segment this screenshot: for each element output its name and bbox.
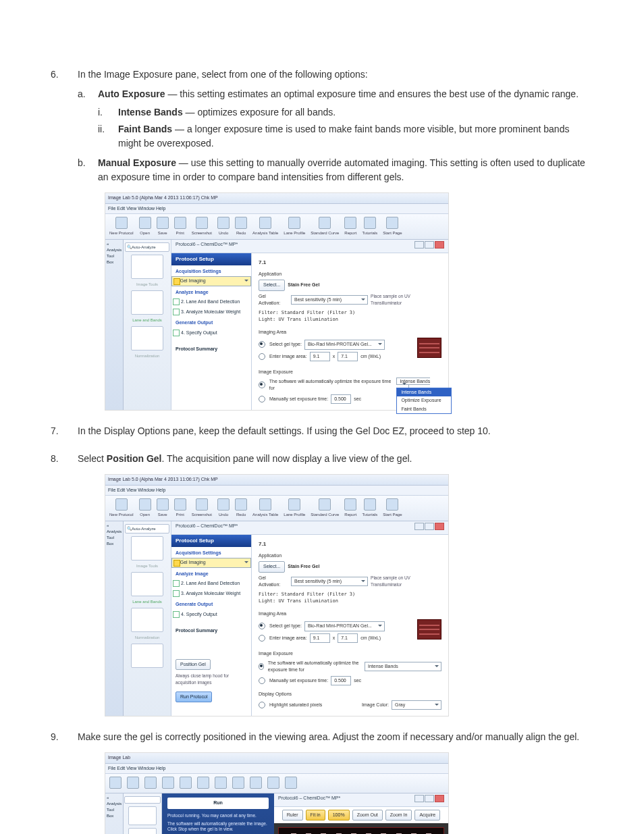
step-6a-i: i.Intense Bands — optimizes exposure for… xyxy=(98,105,593,120)
step-7: 7. In the Display Options pane, keep the… xyxy=(51,424,593,438)
live-gel-display[interactable] xyxy=(278,827,444,834)
toolbar-save-button[interactable]: Save xyxy=(157,217,169,236)
exposure-time-input[interactable]: 0.500 xyxy=(331,394,351,405)
image-area-radio[interactable] xyxy=(259,353,265,360)
step-6b: b. Manual Exposure — use this setting to… xyxy=(78,156,593,184)
run-panel: Run Protocol running. You may cancel at … xyxy=(162,793,274,834)
screenshot-protocol-setup-dropdown: Image Lab 5.0 (Alpha Mar 4 2013 11:06:17… xyxy=(105,192,449,411)
gel-type-select[interactable]: Bio-Rad Mini-PROTEAN Gel... xyxy=(304,340,385,350)
screenshot-protocol-position-gel: Image Lab 5.0 (Alpha Mar 4 2013 11:06:17… xyxy=(105,474,449,716)
toolbar-open-button[interactable]: Open xyxy=(139,217,151,236)
run-protocol-button[interactable]: Run Protocol xyxy=(176,692,212,703)
application-select-button[interactable]: Select... xyxy=(259,280,285,291)
highlight-pixels-checkbox[interactable] xyxy=(259,702,265,708)
document-tab: Protocol6 – ChemiDoc™ MP* xyxy=(171,240,448,253)
lane-bands-tile[interactable] xyxy=(131,290,163,315)
step-number: 6. xyxy=(51,68,59,82)
toolbar-undo-button[interactable]: Undo xyxy=(217,217,230,236)
zoom-100-button[interactable]: 100% xyxy=(328,810,350,821)
exposure-dropdown-list[interactable]: Intense Bands Optimize Exposure Faint Ba… xyxy=(396,388,452,415)
normalization-tile[interactable] xyxy=(131,326,163,350)
toolbar: New Protocol Open Save Print Screenshot … xyxy=(105,214,448,240)
toolbar-redo-button[interactable]: Redo xyxy=(235,217,247,236)
step-text: In the Image Exposure pane, select from … xyxy=(78,69,368,80)
ordered-steps: 6. In the Image Exposure pane, select fr… xyxy=(51,68,593,834)
filter-info: Filter: Standard Filter (Filter 3) xyxy=(259,309,441,317)
gel-type-radio[interactable] xyxy=(259,341,265,348)
bold-label: Auto Exposure xyxy=(98,88,165,99)
toolbar-new-protocol-button[interactable]: New Protocol xyxy=(109,498,134,518)
step-6a-ii: ii.Faint Bands — a longer exposure time … xyxy=(98,122,593,151)
step-lane-band[interactable]: 2. Lane And Band Detection xyxy=(171,297,251,307)
toolbar-lane-profile-button[interactable]: Lane Profile xyxy=(284,217,305,236)
fit-in-button[interactable]: Fit in xyxy=(306,810,325,821)
toolbar-start-page-button[interactable]: Start Page xyxy=(383,217,402,236)
zoom-in-button[interactable]: Zoom In xyxy=(385,810,412,821)
toolbar-standard-curve-button[interactable]: Standard Curve xyxy=(311,217,339,236)
document-tab-label[interactable]: Protocol6 – ChemiDoc™ MP* xyxy=(176,241,238,251)
step-6a: a. Auto Exposure — this setting estimate… xyxy=(78,87,593,151)
analysis-toolbox-strip[interactable]: « Analysis Tool Box xyxy=(105,240,124,410)
toolbar-print-button[interactable]: Print xyxy=(174,217,186,236)
gel-activation-select[interactable]: Best sensitivity (5 min) xyxy=(291,295,368,305)
toolbar-save-button[interactable]: Save xyxy=(157,498,169,518)
run-header: Run xyxy=(167,798,269,809)
manual-exposure-radio[interactable] xyxy=(259,396,265,402)
step-6: 6. In the Image Exposure pane, select fr… xyxy=(51,68,593,411)
side-tools: 🔍 Auto-Analyze Image Tools Lane and Band… xyxy=(124,240,171,410)
toolbar-report-button[interactable]: Report xyxy=(344,217,356,236)
toolbar-analysis-table-button[interactable]: Analysis Table xyxy=(252,217,278,236)
screenshot-live-gel-view: Image Lab File Edit View Window Help « A… xyxy=(105,752,449,834)
image-color-select[interactable]: Gray xyxy=(392,700,441,710)
protocol-summary-label[interactable]: Protocol Summary xyxy=(171,343,251,356)
height-input[interactable]: 7.1 xyxy=(338,352,358,362)
toolbar-new-protocol-button[interactable]: New Protocol xyxy=(109,217,134,236)
gel-imaging-form: 7.1 Application Select...Stain Free Gel … xyxy=(252,253,448,411)
position-gel-button[interactable]: Position Gel xyxy=(176,659,211,671)
window-controls[interactable] xyxy=(414,241,444,251)
menubar[interactable]: File Edit View Window Help xyxy=(105,204,448,215)
document-page: 6. In the Image Exposure pane, select fr… xyxy=(0,0,644,834)
light-info: Light: UV Trans illumination xyxy=(259,316,441,323)
step-specify-output[interactable]: 4. Specify Output xyxy=(171,328,251,338)
zoom-out-button[interactable]: Zoom Out xyxy=(352,810,383,821)
acquire-button[interactable]: Acquire xyxy=(414,810,440,821)
gel-preview-thumb xyxy=(417,338,441,358)
step-gel-imaging[interactable]: 1. Gel Imaging xyxy=(171,276,251,286)
bold-label: Manual Exposure xyxy=(98,157,176,168)
auto-exposure-radio[interactable] xyxy=(259,382,265,388)
toolbar-screenshot-button[interactable]: Screenshot xyxy=(192,217,212,236)
ruler-button[interactable]: Ruler xyxy=(282,810,303,821)
step-8: 8. Select Position Gel. The acquisition … xyxy=(51,452,593,716)
uv-note: Place sample on UV Transilluminator xyxy=(371,293,441,307)
protocol-setup-header: Protocol Setup xyxy=(171,253,251,265)
viewer-toolbar: Ruler Fit in 100% Zoom Out Zoom In Acqui… xyxy=(274,807,448,824)
protocol-panel: Protocol Setup Acquisition Settings 1. G… xyxy=(171,253,252,411)
application-value: Stain Free Gel xyxy=(288,282,319,289)
step-mol-weight[interactable]: 3. Analyze Molecular Weight xyxy=(171,307,251,317)
image-tools-tile[interactable] xyxy=(131,255,163,279)
toolbar-tutorials-button[interactable]: Tutorials xyxy=(362,217,377,236)
window-titlebar: Image Lab 5.0 (Alpha Mar 4 2013 11:06:17… xyxy=(105,193,448,204)
toolbar-open-button[interactable]: Open xyxy=(139,498,151,518)
width-input[interactable]: 9.1 xyxy=(310,352,330,362)
step-9: 9. Make sure the gel is correctly positi… xyxy=(51,730,593,834)
form-heading: 7.1 xyxy=(259,259,441,267)
auto-analyze-button[interactable]: 🔍 Auto-Analyze xyxy=(125,242,169,252)
